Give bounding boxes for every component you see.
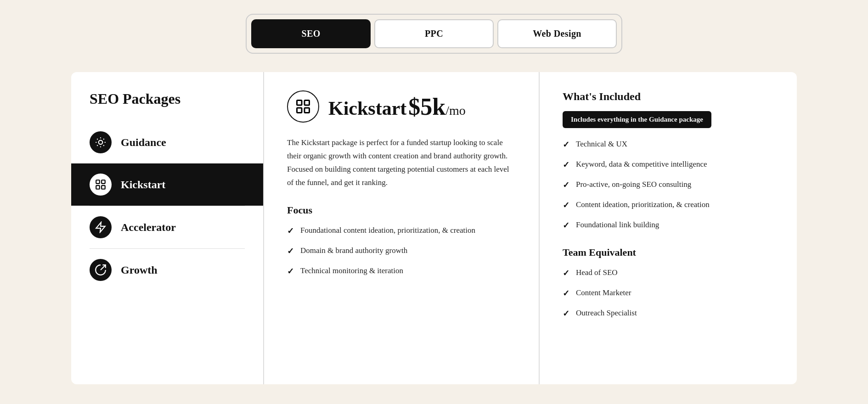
tab-bar: SEO PPC Web Design: [246, 14, 622, 54]
check-icon-1: ✓: [287, 225, 294, 237]
focus-item-2: ✓ Domain & brand authority growth: [287, 245, 516, 258]
kickstart-icon: [90, 174, 112, 196]
team-equiv-title: Team Equivalent: [563, 247, 774, 258]
team-list: ✓ Head of SEO ✓ Content Marketer ✓ Outre…: [563, 267, 774, 320]
focus-item-3: ✓ Technical monitoring & iteration: [287, 265, 516, 278]
svg-rect-4: [101, 185, 105, 189]
team-check-3: ✓: [563, 308, 569, 320]
sidebar-item-accelerator[interactable]: Accelerator: [71, 206, 263, 248]
whats-included-title: What's Included: [563, 90, 774, 103]
kickstart-label: Kickstart: [121, 179, 165, 191]
team-check-2: ✓: [563, 287, 569, 300]
main-panel: Kickstart $5k/mo The Kickstart package i…: [264, 72, 540, 384]
svg-point-0: [99, 140, 103, 145]
svg-rect-1: [96, 180, 100, 184]
sidebar-item-growth[interactable]: Growth: [71, 249, 263, 291]
check-icon-2: ✓: [287, 245, 294, 258]
included-item-1: ✓ Technical & UX: [563, 138, 774, 151]
focus-title: Focus: [287, 204, 516, 216]
included-check-2: ✓: [563, 159, 569, 171]
included-check-4: ✓: [563, 199, 569, 212]
included-item-4: ✓ Content ideation, prioritization, & cr…: [563, 199, 774, 212]
tab-seo[interactable]: SEO: [251, 19, 371, 48]
focus-item-1: ✓ Foundational content ideation, priorit…: [287, 224, 516, 237]
included-check-5: ✓: [563, 219, 569, 232]
team-item-1: ✓ Head of SEO: [563, 267, 774, 280]
svg-rect-3: [96, 185, 100, 189]
included-list: ✓ Technical & UX ✓ Keyword, data & compe…: [563, 138, 774, 232]
included-badge: Includes everything in the Guidance pack…: [563, 111, 711, 128]
included-item-2: ✓ Keyword, data & competitive intelligen…: [563, 158, 774, 171]
package-name: Kickstart: [328, 98, 406, 119]
included-check-1: ✓: [563, 139, 569, 151]
included-check-3: ✓: [563, 179, 569, 191]
package-icon: [287, 90, 319, 123]
svg-rect-2: [101, 180, 105, 184]
growth-label: Growth: [121, 264, 158, 276]
guidance-label: Guidance: [121, 136, 166, 149]
growth-icon: [90, 259, 112, 281]
package-description: The Kickstart package is perfect for a f…: [287, 136, 516, 190]
right-panel: What's Included Includes everything in t…: [540, 72, 797, 384]
team-item-2: ✓ Content Marketer: [563, 287, 774, 300]
tab-webdesign[interactable]: Web Design: [497, 19, 617, 48]
sidebar-title: SEO Packages: [71, 90, 263, 121]
package-price: $5k: [408, 94, 445, 120]
guidance-icon: [90, 131, 112, 153]
included-item-3: ✓ Pro-active, on-going SEO consulting: [563, 179, 774, 191]
team-item-3: ✓ Outreach Specialist: [563, 307, 774, 320]
accelerator-label: Accelerator: [121, 221, 176, 234]
svg-rect-7: [297, 108, 302, 113]
package-name-price: Kickstart $5k/mo: [328, 93, 466, 120]
tab-ppc[interactable]: PPC: [374, 19, 494, 48]
svg-rect-6: [304, 101, 310, 106]
included-item-5: ✓ Foundational link building: [563, 219, 774, 232]
accelerator-icon: [90, 216, 112, 238]
package-period: /mo: [445, 103, 466, 118]
svg-rect-8: [304, 108, 310, 113]
check-icon-3: ✓: [287, 265, 294, 278]
sidebar-item-kickstart[interactable]: Kickstart: [71, 163, 263, 206]
team-check-1: ✓: [563, 267, 569, 280]
main-content: SEO Packages Guidance Kickstart: [71, 72, 797, 384]
package-header: Kickstart $5k/mo: [287, 90, 516, 123]
focus-list: ✓ Foundational content ideation, priorit…: [287, 224, 516, 278]
sidebar-item-guidance[interactable]: Guidance: [71, 121, 263, 163]
sidebar: SEO Packages Guidance Kickstart: [71, 72, 264, 384]
svg-rect-5: [297, 101, 302, 106]
